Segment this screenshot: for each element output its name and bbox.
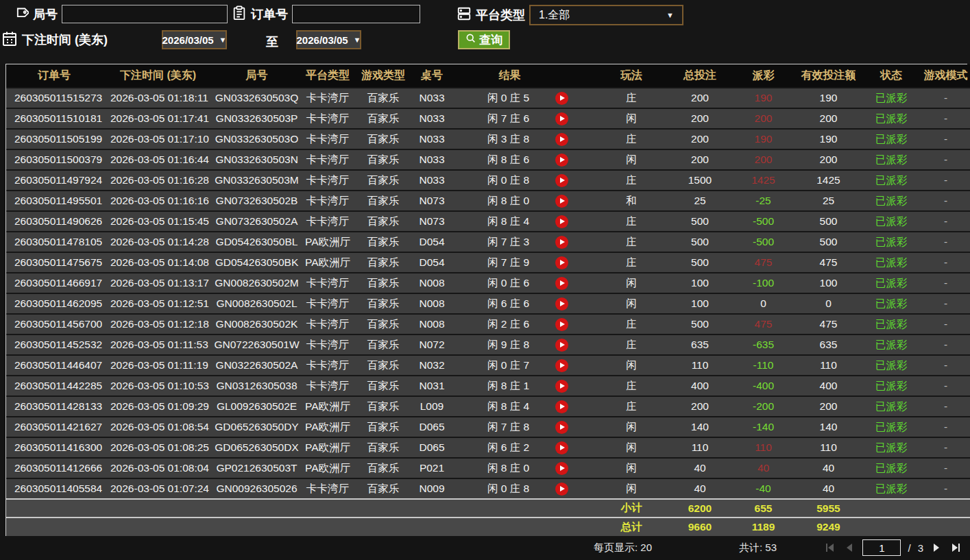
cell-table-no: P021 [411, 458, 453, 478]
next-page-icon[interactable] [930, 541, 943, 554]
play-video-icon[interactable] [555, 236, 568, 249]
cell-play: 闲 [597, 458, 666, 478]
prev-page-icon[interactable] [843, 541, 856, 554]
cell-game-type: 百家乐 [356, 170, 411, 191]
cell-game-id: GN03126305038 [214, 376, 300, 396]
cell-table-no: D065 [411, 417, 453, 437]
cell-total-bet: 500 [666, 314, 734, 334]
cell-bet-time: 2026-03-05 01:17:10 [102, 129, 214, 149]
cell-order-id: 260305011466917 [6, 273, 102, 293]
game-no-input[interactable] [62, 5, 228, 23]
cell-result: 闲 2 庄 6 [453, 314, 597, 334]
page-size-label: 每页显示: 20 [594, 541, 652, 555]
subtotal-payout: 655 [734, 499, 792, 518]
cell-valid-bet: 635 [792, 334, 864, 355]
play-video-icon[interactable] [555, 195, 568, 208]
cell-total-bet: 500 [666, 232, 734, 252]
cell-game-type: 百家乐 [356, 437, 411, 458]
order-no-input[interactable] [292, 5, 420, 23]
bet-time-label: 下注时间 (美东) [22, 32, 108, 48]
cell-platform: PA欧洲厅 [300, 252, 356, 273]
play-video-icon[interactable] [555, 297, 568, 311]
tag-icon [14, 5, 29, 23]
cell-payout: -100 [734, 273, 792, 293]
play-video-icon[interactable] [555, 112, 568, 125]
cell-game-mode: - [918, 232, 970, 252]
page-number-input[interactable] [862, 539, 901, 556]
cell-payout: 40 [734, 458, 792, 478]
clipboard-icon [232, 5, 247, 23]
cell-order-id: 260305011442285 [6, 376, 102, 396]
cell-status: 已派彩 [864, 108, 918, 129]
cell-total-bet: 100 [666, 293, 734, 314]
cell-game-mode: - [918, 314, 970, 334]
total-label: 总计 [597, 518, 666, 536]
cell-bet-time: 2026-03-05 01:16:28 [102, 170, 214, 191]
cell-order-id: 260305011495501 [6, 191, 102, 211]
play-video-icon[interactable] [555, 154, 568, 167]
play-video-icon[interactable] [555, 174, 568, 187]
cell-order-id: 260305011497924 [6, 170, 102, 191]
cell-game-type: 百家乐 [356, 376, 411, 396]
cell-platform: 卡卡湾厅 [300, 293, 356, 314]
play-video-icon[interactable] [555, 92, 568, 105]
cell-game-id: GN0082630502L [214, 293, 300, 314]
play-video-icon[interactable] [555, 133, 568, 146]
first-page-icon[interactable] [824, 541, 836, 554]
col-header-game-type: 游戏类型 [356, 64, 411, 88]
play-video-icon[interactable] [555, 441, 568, 454]
cell-bet-time: 2026-03-05 01:09:29 [102, 396, 214, 417]
platform-type-select[interactable]: 1.全部 ▼ [529, 5, 683, 25]
cell-bet-time: 2026-03-05 01:12:18 [102, 314, 214, 334]
play-video-icon[interactable] [555, 339, 568, 352]
cell-total-bet: 200 [666, 129, 734, 149]
cell-status: 已派彩 [864, 437, 918, 458]
col-header-table-no: 桌号 [411, 64, 453, 88]
cell-bet-time: 2026-03-05 01:16:44 [102, 149, 214, 170]
play-video-icon[interactable] [555, 277, 568, 290]
date-to-value: 2026/03/05 [297, 34, 348, 46]
cell-order-id: 260305011446407 [6, 355, 102, 376]
cell-game-type: 百家乐 [356, 88, 411, 108]
cell-status: 已派彩 [864, 170, 918, 191]
date-from-picker[interactable]: 2026/03/05 ▼ [162, 30, 227, 49]
cell-bet-time: 2026-03-05 01:18:11 [102, 88, 214, 108]
footer-bar: 每页显示: 20 共计: 53 / 3 [0, 536, 970, 560]
cell-game-type: 百家乐 [356, 293, 411, 314]
cell-game-id: GN0332630503N [214, 149, 300, 170]
cell-status: 已派彩 [864, 355, 918, 376]
result-text: 闲 6 庄 2 [487, 441, 529, 455]
filter-bar: 局号 订单号 平台类型 1.全部 ▼ [0, 0, 970, 64]
search-button[interactable]: 查询 [458, 30, 510, 49]
play-video-icon[interactable] [555, 483, 568, 496]
play-video-icon[interactable] [555, 462, 568, 475]
cell-game-type: 百家乐 [356, 149, 411, 170]
cell-game-type: 百家乐 [356, 396, 411, 417]
cell-status: 已派彩 [864, 232, 918, 252]
cell-result: 闲 0 庄 8 [453, 170, 597, 191]
cell-payout: -500 [734, 232, 792, 252]
cell-status: 已派彩 [864, 334, 918, 355]
cell-platform: PA欧洲厅 [300, 417, 356, 437]
play-video-icon[interactable] [555, 380, 568, 393]
last-page-icon[interactable] [949, 541, 962, 554]
table-row: 260305011416300 2026-03-05 01:08:25 GD06… [6, 437, 970, 458]
result-text: 闲 7 庄 8 [487, 420, 529, 435]
cell-game-type: 百家乐 [356, 273, 411, 293]
cell-result: 闲 7 庄 3 [453, 232, 597, 252]
cell-result: 闲 8 庄 4 [453, 396, 597, 417]
play-video-icon[interactable] [555, 215, 568, 228]
cell-play: 闲 [597, 293, 666, 314]
play-video-icon[interactable] [555, 359, 568, 372]
cell-total-bet: 40 [666, 478, 734, 499]
date-to-picker[interactable]: 2026/03/05 ▼ [296, 30, 361, 49]
cell-result: 闲 7 庄 9 [453, 252, 597, 273]
cell-platform: 卡卡湾厅 [300, 88, 356, 108]
play-video-icon[interactable] [555, 400, 568, 413]
result-text: 闲 8 庄 4 [487, 400, 529, 414]
play-video-icon[interactable] [555, 256, 568, 269]
cell-result: 闲 6 庄 6 [453, 293, 597, 314]
play-video-icon[interactable] [555, 421, 568, 434]
play-video-icon[interactable] [555, 318, 568, 331]
cell-result: 闲 6 庄 2 [453, 437, 597, 458]
